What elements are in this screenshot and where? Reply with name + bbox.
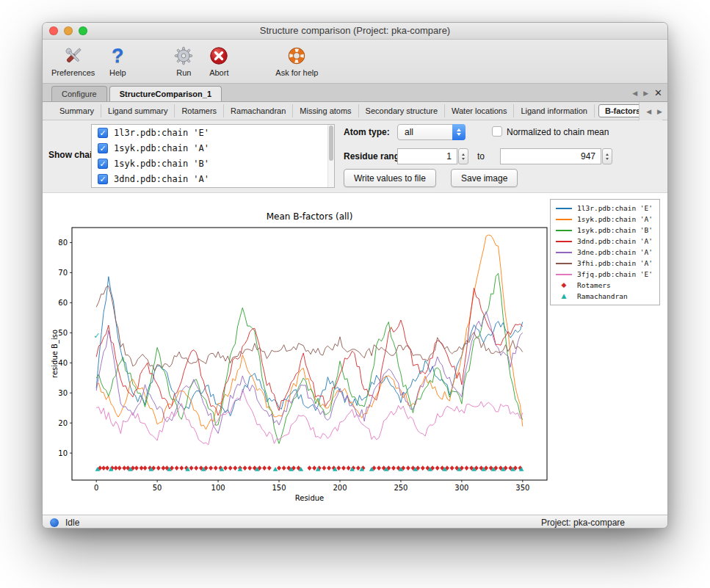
legend-line-swatch — [556, 274, 572, 275]
subtab-ramachandran[interactable]: Ramachandran — [224, 104, 293, 117]
svg-text:40: 40 — [58, 359, 68, 367]
chain-list-scrollbar[interactable] — [327, 125, 334, 187]
svg-text:200: 200 — [333, 484, 347, 492]
ask-for-help-button[interactable]: Ask for help — [275, 43, 318, 77]
main-tab-bar: Configure StructureComparison_1 ◀ ▶ ✕ — [43, 84, 667, 102]
minimize-window-button[interactable] — [64, 26, 73, 35]
atom-type-dropdown[interactable]: all — [397, 124, 466, 140]
to-label: to — [477, 151, 485, 161]
controls-panel: Show chains: ✓1l3r.pdb:chain 'E'✓1syk.pd… — [43, 120, 667, 192]
run-button[interactable]: Run — [171, 43, 196, 77]
chain-label: 1syk.pdb:chain 'B' — [114, 159, 209, 169]
svg-text:50: 50 — [58, 329, 68, 337]
tab-scroll-right-icon[interactable]: ▶ — [643, 90, 648, 97]
tab-scroll-left-icon[interactable]: ◀ — [632, 90, 637, 97]
chain-checkbox[interactable]: ✓ — [98, 159, 108, 169]
toolbar-label: Preferences — [51, 68, 95, 77]
residue-from-input[interactable]: 1 — [397, 148, 457, 164]
subtab-secondary-structure[interactable]: Secondary structure — [359, 104, 445, 117]
legend-marker-swatch: ◆ — [556, 281, 572, 289]
toolbar-label: Run — [176, 68, 191, 77]
chain-row[interactable]: ✓1l3r.pdb:chain 'E' — [92, 125, 334, 140]
svg-text:Residue: Residue — [295, 494, 324, 502]
legend-entry: 3dne.pdb:chain 'A' — [556, 247, 653, 257]
chain-row[interactable]: ✓3dnd.pdb:chain 'A' — [92, 171, 334, 186]
abort-button[interactable]: Abort — [206, 43, 231, 77]
write-values-button[interactable]: Write values to file — [344, 169, 436, 187]
abort-icon — [206, 43, 231, 68]
tab-close-icon[interactable]: ✕ — [654, 90, 662, 97]
tab-configure[interactable]: Configure — [51, 86, 107, 101]
chain-checkbox[interactable]: ✓ — [98, 143, 108, 153]
chart-legend: 1l3r.pdb:chain 'E'1syk.pdb:chain 'A'1syk… — [550, 199, 660, 305]
save-image-button[interactable]: Save image — [451, 169, 518, 187]
help-button[interactable]: ? Help — [105, 43, 130, 77]
legend-line-swatch — [556, 241, 572, 242]
toolbar-label: Help — [109, 68, 126, 77]
legend-entry: ▲Ramachandran — [556, 291, 653, 301]
svg-text:250: 250 — [394, 484, 407, 492]
svg-text:50: 50 — [153, 484, 162, 492]
subtab-ligand-summary[interactable]: Ligand summary — [101, 104, 175, 117]
legend-label: 3dnd.pdb:chain 'A' — [577, 237, 653, 245]
toolbar: Preferences ? Help — [43, 40, 667, 84]
subtab-rotamers[interactable]: Rotamers — [175, 104, 224, 117]
svg-text:20: 20 — [58, 419, 68, 427]
chain-checkbox[interactable]: ✓ — [98, 174, 108, 184]
status-indicator-icon — [50, 518, 59, 527]
legend-label: Ramachandran — [577, 292, 628, 300]
legend-line-swatch — [556, 263, 572, 264]
tools-icon — [61, 43, 86, 68]
lifering-icon — [284, 43, 309, 68]
window-title: Structure comparison (Project: pka-compa… — [260, 25, 450, 36]
zoom-window-button[interactable] — [79, 26, 87, 35]
chain-checkbox[interactable]: ✓ — [98, 128, 108, 138]
svg-text:350: 350 — [515, 484, 529, 492]
svg-text:30: 30 — [58, 389, 68, 397]
subtab-ligand-information[interactable]: Ligand information — [514, 104, 595, 117]
legend-line-swatch — [556, 219, 572, 220]
chain-label: 1l3r.pdb:chain 'E' — [114, 128, 209, 138]
legend-label: Rotamers — [577, 281, 611, 289]
subtab-summary[interactable]: Summary — [53, 104, 101, 117]
tab-structurecomparison-1[interactable]: StructureComparison_1 — [109, 86, 222, 101]
chain-list[interactable]: ✓1l3r.pdb:chain 'E'✓1syk.pdb:chain 'A'✓1… — [91, 124, 335, 188]
legend-line-swatch — [556, 230, 572, 231]
subtab-scroll-right-icon[interactable]: ▶ — [657, 108, 662, 115]
residue-to-input[interactable]: 947 — [500, 148, 601, 164]
svg-text:60: 60 — [58, 299, 68, 307]
question-icon: ? — [105, 43, 130, 68]
scrollbar-thumb[interactable] — [329, 126, 333, 161]
legend-label: 1syk.pdb:chain 'B' — [577, 226, 653, 234]
legend-entry: 3fhi.pdb:chain 'A' — [556, 258, 653, 268]
subtab-scroll-left-icon[interactable]: ◀ — [646, 108, 651, 115]
atom-type-label: Atom type: — [344, 127, 390, 137]
legend-entry: 3fjq.pdb:chain 'E' — [556, 269, 653, 279]
project-label: Project: pka-compare — [541, 518, 660, 528]
subtab-water-locations[interactable]: Water locations — [445, 104, 514, 117]
chain-label: 3dnd.pdb:chain 'A' — [114, 174, 209, 184]
close-window-button[interactable] — [49, 26, 58, 35]
chain-row[interactable]: ✓1syk.pdb:chain 'A' — [92, 140, 334, 156]
legend-entry: ◆Rotamers — [556, 280, 653, 290]
toolbar-label: Ask for help — [275, 68, 318, 77]
residue-from-stepper[interactable] — [458, 148, 468, 164]
residue-to-stepper[interactable] — [602, 148, 612, 164]
legend-label: 1syk.pdb:chain 'A' — [577, 215, 653, 223]
dropdown-arrows-icon — [452, 124, 466, 140]
legend-entry: 3dnd.pdb:chain 'A' — [556, 236, 653, 246]
chain-row[interactable]: ✓1syk.pdb:chain 'B' — [92, 156, 334, 171]
title-bar: Structure comparison (Project: pka-compa… — [43, 23, 667, 40]
svg-text:80: 80 — [58, 239, 68, 247]
subtab-missing-atoms[interactable]: Missing atoms — [293, 104, 358, 117]
preferences-button[interactable]: Preferences — [51, 43, 95, 77]
svg-text:residue B_iso: residue B_iso — [51, 330, 59, 378]
app-window: Structure comparison (Project: pka-compa… — [42, 22, 668, 529]
svg-text:150: 150 — [272, 484, 286, 492]
svg-text:0: 0 — [94, 484, 98, 492]
legend-label: 3dne.pdb:chain 'A' — [577, 248, 653, 256]
legend-entry: 1syk.pdb:chain 'B' — [556, 225, 653, 235]
normalized-checkbox[interactable] — [492, 126, 502, 137]
svg-text:✓: ✓ — [93, 331, 100, 341]
svg-text:300: 300 — [454, 484, 468, 492]
